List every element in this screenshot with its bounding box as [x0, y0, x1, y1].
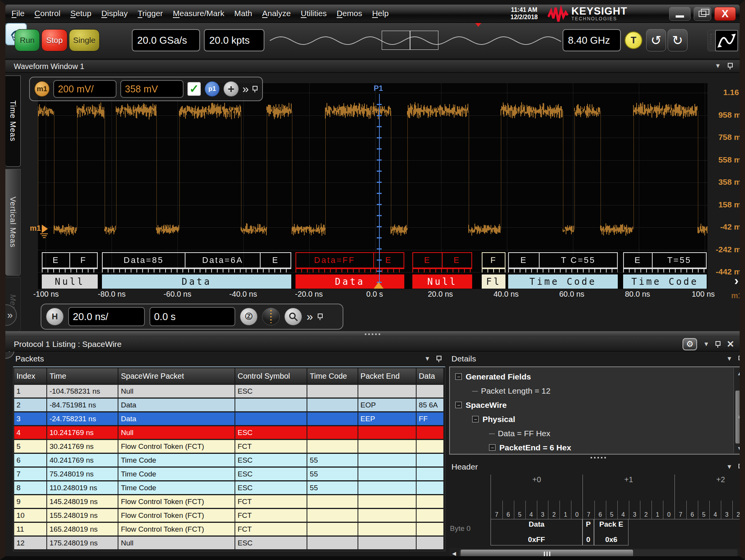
decode-segment-time-code-6[interactable]: ET=55Time Code: [623, 252, 707, 289]
column-header-spacewire-packet[interactable]: SpaceWire Packet: [118, 368, 235, 384]
memory-depth-field[interactable]: 20.0 kpts: [204, 29, 264, 51]
column-header-time[interactable]: Time: [47, 368, 118, 384]
panel-splitter[interactable]: [5, 331, 740, 337]
menu-item-setup[interactable]: Setup: [71, 9, 92, 18]
packet-row-3[interactable]: 3-24.758231 nsDataEEPFF: [14, 412, 444, 425]
details-header-splitter[interactable]: [449, 456, 745, 459]
details-menu-caret[interactable]: ▼: [726, 355, 732, 362]
details-pin-icon[interactable]: [738, 356, 743, 362]
column-header-time-code[interactable]: Time Code: [307, 368, 358, 384]
details-scroll-thumb[interactable]: ≡: [735, 390, 744, 444]
menu-item-measure-mark[interactable]: Measure/Mark: [173, 9, 224, 18]
tree-item-spacewire[interactable]: −SpaceWire: [453, 398, 745, 412]
packet-row-5[interactable]: 530.241769 nsFlow Control Token (FCT)FCT: [14, 440, 444, 453]
run-button[interactable]: Run: [15, 29, 40, 51]
field-data[interactable]: Data0xFF: [491, 519, 583, 545]
redo-button[interactable]: ↻: [668, 29, 688, 51]
protocol-settings-button[interactable]: ⚙: [683, 338, 697, 350]
protocol-pin-icon[interactable]: [715, 341, 720, 348]
field-pack-e[interactable]: Pack E0x6: [594, 519, 628, 545]
packet-row-7[interactable]: 775.248019 nsTime CodeESC55: [14, 468, 444, 480]
packet-row-8[interactable]: 8110.248019 nsTime CodeESC55: [14, 481, 444, 494]
tree-expander-icon[interactable]: −: [489, 444, 496, 451]
display-checkbox[interactable]: ✓: [187, 82, 201, 96]
waveform-plot[interactable]: P1 EFNullData=85Data=6AEDataData=FFEData…: [38, 83, 707, 289]
menu-item-file[interactable]: File: [11, 9, 25, 18]
packet-row-6[interactable]: 640.241769 nsTime CodeESC55: [14, 454, 444, 466]
hscroll-thumb[interactable]: [461, 550, 633, 558]
column-header-data[interactable]: Data: [417, 368, 444, 384]
p1-cursor-line[interactable]: [377, 94, 382, 288]
menu-item-help[interactable]: Help: [372, 9, 389, 18]
close-button[interactable]: X: [714, 7, 736, 21]
packet-row-12[interactable]: 12175.248019 nsNullESC: [14, 537, 444, 549]
packet-row-10[interactable]: 10155.248019 nsFlow Control Token (FCT)F…: [14, 509, 444, 522]
tab-time-meas[interactable]: Time Meas: [5, 76, 21, 167]
menu-item-display[interactable]: Display: [101, 9, 128, 18]
menu-item-demos[interactable]: Demos: [336, 9, 362, 18]
tree-expander-icon[interactable]: −: [455, 373, 462, 380]
packet-row-4[interactable]: 410.241769 nsNullESC: [14, 426, 444, 439]
sample-rate-field[interactable]: 20.0 GSa/s: [132, 29, 200, 51]
protocol-menu-caret[interactable]: ▼: [703, 341, 709, 348]
diagram-scroll-down-icon[interactable]: ▼: [742, 536, 745, 542]
add-marker-button[interactable]: +: [223, 81, 238, 97]
stop-button[interactable]: Stop: [41, 29, 67, 51]
cursor-tracking-button[interactable]: [262, 308, 280, 325]
packets-table[interactable]: IndexTimeSpaceWire PacketControl SymbolT…: [14, 367, 444, 550]
vertical-scale-field[interactable]: 200 mV/: [53, 80, 117, 98]
protocol-close-icon[interactable]: ✕: [727, 339, 734, 350]
timebase-overview[interactable]: [270, 30, 561, 51]
trigger-badge[interactable]: T: [625, 31, 642, 49]
tree-expander-icon[interactable]: −: [455, 402, 462, 408]
decode-segment-null-3[interactable]: EENull: [412, 252, 472, 289]
tree-item-packetend-6-hex[interactable]: −PacketEnd = 6 Hex: [453, 440, 745, 455]
packet-row-2[interactable]: 2-84.751981 nsDataEOP85 6A: [14, 399, 444, 411]
vertical-offset-field[interactable]: 358 mV: [120, 80, 184, 98]
packet-row-9[interactable]: 9145.248019 nsFlow Control Token (FCT)FC…: [14, 495, 444, 508]
field-p[interactable]: P0: [583, 519, 594, 545]
minimize-button[interactable]: [669, 7, 691, 21]
waveform-window-pin-icon[interactable]: [728, 63, 733, 69]
channel-ground-marker[interactable]: m1: [30, 224, 48, 233]
magnify-button[interactable]: [284, 308, 302, 325]
hscroll-right-icon[interactable]: ►: [737, 550, 745, 558]
decode-segment-time-code-5[interactable]: ET C=55Time Code: [508, 252, 618, 289]
channel-controls-pin-icon[interactable]: [253, 86, 258, 92]
tree-item-packet-length-12[interactable]: ─Packet Length = 12: [453, 384, 745, 398]
marker-p1-badge[interactable]: p1: [205, 81, 220, 97]
menu-item-analyze[interactable]: Analyze: [262, 9, 291, 18]
header-menu-caret[interactable]: ▼: [726, 463, 732, 470]
tree-item-generated-fields[interactable]: −Generated Fields: [453, 370, 745, 384]
timebase-position-field[interactable]: 0.0 s: [149, 307, 235, 326]
scroll-up-icon[interactable]: ▲: [734, 368, 745, 378]
packets-menu-caret[interactable]: ▼: [424, 355, 430, 362]
packets-pin-icon[interactable]: [436, 356, 441, 362]
decode-segment-fl-4[interactable]: FFl: [482, 252, 505, 289]
more-controls-chevron[interactable]: »: [243, 82, 249, 95]
timebase-window-left[interactable]: [382, 31, 410, 50]
column-header-index[interactable]: Index: [14, 368, 47, 384]
bandwidth-field[interactable]: 8.40 GHz: [563, 29, 621, 51]
timebase-scale-field[interactable]: 20.0 ns/: [68, 307, 145, 326]
scroll-right-arrow[interactable]: ›: [734, 273, 738, 288]
waveform-tool-button[interactable]: [715, 30, 738, 51]
decode-segment-null-0[interactable]: EFNull: [42, 252, 98, 289]
tab-vertical-meas[interactable]: Vertical Meas: [5, 169, 21, 276]
diagram-scroll-up-icon[interactable]: ▲: [742, 478, 745, 484]
menu-item-control[interactable]: Control: [34, 9, 61, 18]
menu-item-utilities[interactable]: Utilities: [301, 9, 327, 18]
restore-button[interactable]: [694, 7, 711, 21]
hbar-pin-icon[interactable]: [318, 314, 323, 320]
packet-row-1[interactable]: 1-104.758231 nsNullESC: [14, 385, 444, 397]
waveform-window-menu-caret[interactable]: ▼: [715, 62, 721, 69]
column-header-control-symbol[interactable]: Control Symbol: [235, 368, 307, 384]
hbar-more-chevron[interactable]: »: [307, 310, 313, 323]
menu-item-trigger[interactable]: Trigger: [138, 9, 163, 18]
scroll-down-icon[interactable]: ▼: [734, 443, 745, 453]
header-horizontal-scrollbar[interactable]: ◄ ►: [449, 548, 745, 560]
details-scrollbar[interactable]: ▲ ≡ ▼: [734, 368, 745, 453]
packet-row-11[interactable]: 11165.248019 nsFlow Control Token (FCT)F…: [14, 523, 444, 535]
header-pin-icon[interactable]: [738, 464, 743, 470]
timebase-window-right[interactable]: [410, 31, 438, 50]
